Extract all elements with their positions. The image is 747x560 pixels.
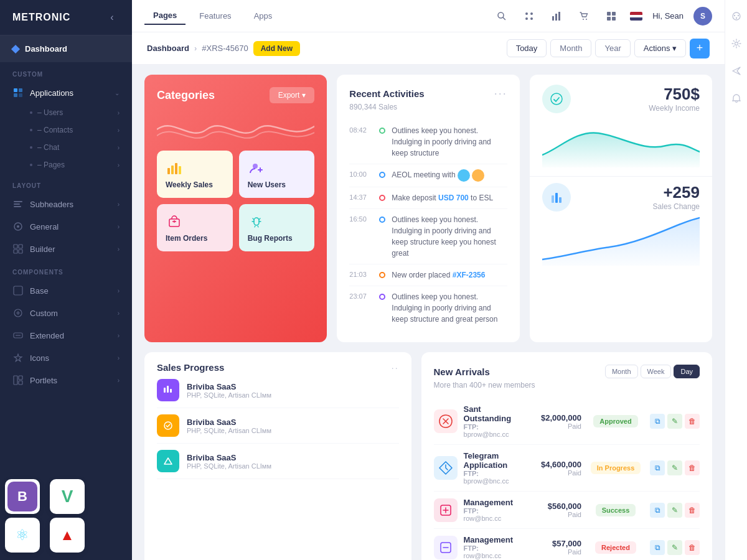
general-chevron: › <box>118 223 120 230</box>
delete-btn-3[interactable]: 🗑 <box>685 503 700 518</box>
add-new-button[interactable]: Add New <box>253 41 300 56</box>
weekly-sales-label: Weekly Sales <box>166 180 224 189</box>
sidebar-item-icons[interactable]: Icons › <box>0 347 132 369</box>
na-badge-3: Success <box>588 504 644 516</box>
custom-comp-chevron: › <box>118 310 120 317</box>
sidebar-item-applications[interactable]: Applications ⌄ <box>0 82 132 104</box>
subheaders-chevron: › <box>118 201 120 208</box>
copy-btn-4[interactable]: ⧉ <box>650 540 665 555</box>
svg-rect-12 <box>19 250 22 253</box>
na-filter-week[interactable]: Week <box>641 365 672 378</box>
sidebar-dashboard-item[interactable]: Dashboard <box>0 35 132 62</box>
activities-menu-icon[interactable]: ··· <box>494 87 507 100</box>
sidebar-item-extended[interactable]: Extended › <box>0 324 132 347</box>
delete-btn-1[interactable]: 🗑 <box>685 414 700 429</box>
sidebar-item-subheaders[interactable]: Subheaders › <box>0 193 132 215</box>
grid-icon[interactable] <box>603 7 620 25</box>
sidebar-item-portlets[interactable]: Portlets › <box>0 369 132 391</box>
delete-btn-2[interactable]: 🗑 <box>685 460 700 475</box>
svg-point-49 <box>733 12 740 20</box>
svg-point-22 <box>525 17 528 20</box>
svg-rect-6 <box>14 206 21 207</box>
rs-notification-icon[interactable] <box>728 90 745 107</box>
edit-btn-4[interactable]: ✎ <box>667 540 682 555</box>
sidebar-item-general[interactable]: General › <box>0 215 132 238</box>
sidebar-item-custom-comp[interactable]: Custom › <box>0 302 132 324</box>
sidebar-sub-pages[interactable]: – Pages › <box>0 156 132 174</box>
today-button[interactable]: Today <box>507 39 547 57</box>
na-filter-month[interactable]: Month <box>605 365 638 378</box>
svg-point-21 <box>530 12 533 15</box>
sales-progress-menu[interactable]: ·· <box>392 363 399 373</box>
cat-item-weekly-sales[interactable]: Weekly Sales <box>157 151 233 198</box>
delete-btn-4[interactable]: 🗑 <box>685 540 700 555</box>
svg-rect-32 <box>612 17 616 21</box>
sidebar-sub-chat[interactable]: – Chat › <box>0 139 132 156</box>
top-navigation: Pages Features Apps Hi, Sean S <box>132 0 725 32</box>
new-arrivals-card: New Arrivals Month Week Day More than 40… <box>421 352 712 560</box>
weekly-sales-icon <box>166 159 183 177</box>
user-greeting: Hi, Sean <box>652 11 684 21</box>
cart-icon[interactable] <box>575 7 593 25</box>
rs-settings-icon[interactable] <box>728 35 745 52</box>
search-icon[interactable] <box>493 7 510 25</box>
edit-btn-2[interactable]: ✎ <box>667 460 682 475</box>
cat-item-bug-reports[interactable]: Bug Reports <box>239 204 315 251</box>
rs-palette-icon[interactable] <box>728 7 745 25</box>
copy-btn-3[interactable]: ⧉ <box>650 503 665 518</box>
svg-rect-33 <box>167 168 170 174</box>
copy-btn-2[interactable]: ⧉ <box>650 460 665 475</box>
sidebar-sub-contacts[interactable]: – Contacts › <box>0 121 132 139</box>
copy-btn-1[interactable]: ⧉ <box>650 414 665 429</box>
extended-label: Extended <box>30 331 64 340</box>
recent-activities-card: Recent Activities ··· 890,344 Sales 08:4… <box>337 75 519 342</box>
na-actions-4: ⧉ ✎ 🗑 <box>650 540 700 555</box>
na-filter-day[interactable]: Day <box>674 365 700 378</box>
applications-icon <box>12 87 24 98</box>
nav-tab-pages[interactable]: Pages <box>144 7 186 25</box>
portlets-chevron: › <box>118 377 120 384</box>
edit-btn-3[interactable]: ✎ <box>667 503 682 518</box>
na-badge-2: In Progress <box>588 462 644 474</box>
cat-item-new-users[interactable]: New Users <box>239 151 315 198</box>
export-button[interactable]: Export ▾ <box>270 87 315 103</box>
svg-point-39 <box>551 93 562 105</box>
sp-sub-3: PHP, SQLite, Artisan CLIмм <box>187 462 271 470</box>
categories-wave <box>157 111 314 148</box>
sales-change-label: Sales Change <box>653 202 700 211</box>
actions-button[interactable]: Actions ▾ <box>634 39 686 57</box>
sidebar-sub-users[interactable]: – Users › <box>0 104 132 121</box>
sp-sub-1: PHP, SQLite, Artisan CLIмм <box>187 391 271 399</box>
sales-icon-circle <box>542 183 571 212</box>
sidebar-item-base[interactable]: Base › <box>0 279 132 302</box>
svg-rect-26 <box>558 12 560 21</box>
general-label: General <box>30 222 59 231</box>
cat-item-item-orders[interactable]: Item Orders <box>157 204 233 251</box>
na-info-2: Telegram Application FTP: bprow@bnc.cc <box>464 451 513 485</box>
na-badge-1: Approved <box>588 415 644 427</box>
sidebar-toggle[interactable]: ‹ <box>105 10 120 25</box>
chart-icon[interactable] <box>548 7 565 25</box>
activity-item-1000: 10:00 AEOL meeting with <box>349 164 507 187</box>
year-button[interactable]: Year <box>595 39 630 57</box>
user-avatar[interactable]: S <box>693 7 712 26</box>
svg-rect-42 <box>559 197 561 203</box>
nav-tab-features[interactable]: Features <box>190 7 240 24</box>
na-icon-4 <box>434 536 458 559</box>
new-users-icon <box>248 159 265 177</box>
sp-avatar-3 <box>157 450 179 472</box>
icons-chevron: › <box>118 355 120 362</box>
na-icon-1 <box>434 409 458 433</box>
edit-btn-1[interactable]: ✎ <box>667 414 682 429</box>
na-info-1: Sant Outstanding FTP: bprow@bnc.cc <box>464 404 513 438</box>
section-label-layout: LAYOUT <box>0 174 132 193</box>
add-icon-button[interactable]: + <box>690 39 710 58</box>
breadcrumb: Dashboard › #XRS-45670 Add New <box>147 41 300 56</box>
builder-label: Builder <box>30 245 55 254</box>
sidebar-item-builder[interactable]: Builder › <box>0 238 132 260</box>
activity-dot-orange <box>379 272 385 278</box>
rs-send-icon[interactable] <box>728 62 745 80</box>
apps-grid-icon[interactable] <box>520 7 538 25</box>
month-button[interactable]: Month <box>550 39 591 57</box>
nav-tab-apps[interactable]: Apps <box>245 7 281 24</box>
